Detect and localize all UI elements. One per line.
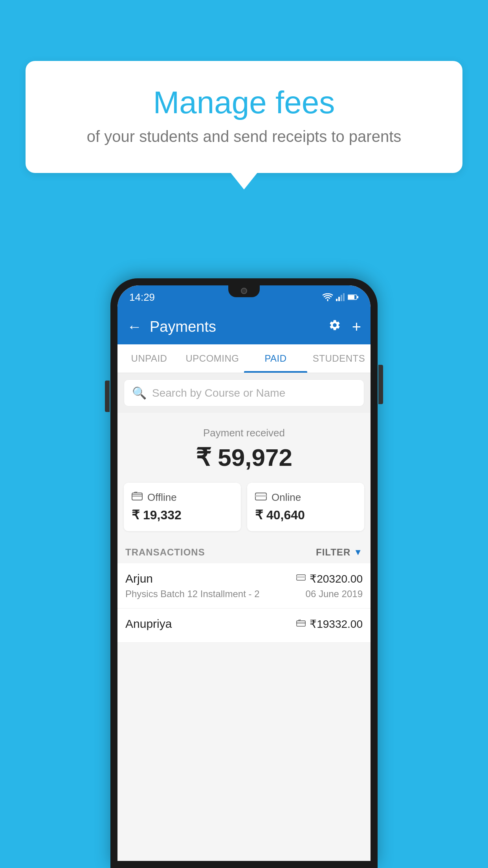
payment-mode-icon [296, 574, 306, 583]
transactions-label: TRANSACTIONS [125, 547, 205, 558]
card-mode-icon [296, 574, 306, 581]
transactions-header: TRANSACTIONS FILTER ▼ [117, 539, 371, 563]
online-icon [255, 491, 267, 504]
app-bar-actions: + [328, 318, 361, 336]
svg-rect-14 [297, 576, 305, 578]
online-payment-card: Online ₹ 40,640 [247, 483, 364, 531]
tab-students[interactable]: STUDENTS [307, 344, 371, 373]
status-time: 14:29 [129, 291, 155, 303]
settings-icon [328, 319, 341, 331]
payment-mode-icon-offline [296, 619, 306, 629]
svg-rect-1 [338, 297, 340, 301]
add-button[interactable]: + [352, 318, 361, 336]
offline-icon [132, 491, 143, 504]
tab-unpaid[interactable]: UNPAID [117, 344, 181, 373]
transaction-amount-row: ₹19332.00 [296, 618, 363, 631]
svg-rect-2 [341, 295, 342, 301]
phone-screen: 14:29 [117, 285, 371, 861]
svg-rect-6 [357, 296, 358, 298]
wallet-icon [132, 491, 143, 501]
filter-icon: ▼ [354, 547, 363, 557]
search-bar[interactable]: 🔍 Search by Course or Name [124, 379, 364, 406]
offline-label: Offline [147, 491, 177, 504]
payment-received-label: Payment received [127, 427, 361, 439]
svg-rect-16 [297, 622, 305, 623]
notch-camera [241, 288, 247, 294]
svg-rect-12 [255, 495, 266, 497]
notch [228, 285, 260, 297]
transaction-course: Physics Batch 12 Installment - 2 [125, 588, 259, 600]
search-placeholder: Search by Course or Name [152, 387, 285, 399]
online-label: Online [272, 491, 301, 504]
status-icons [323, 293, 359, 301]
svg-rect-3 [343, 293, 345, 301]
signal-icon [336, 293, 345, 301]
online-card-header: Online [255, 491, 356, 504]
tab-paid[interactable]: PAID [244, 344, 307, 373]
transaction-top: Anupriya ₹19332.00 [125, 617, 363, 631]
offline-card-header: Offline [132, 491, 233, 504]
tab-upcoming[interactable]: UPCOMING [181, 344, 244, 373]
back-button[interactable]: ← [127, 318, 142, 335]
phone-frame: 14:29 [110, 278, 378, 868]
svg-rect-0 [336, 299, 338, 301]
credit-card-icon [255, 492, 267, 501]
status-bar: 14:29 [117, 285, 371, 309]
app-title: Payments [150, 318, 328, 335]
wallet-mode-icon [296, 619, 306, 627]
transaction-name: Arjun [125, 572, 153, 585]
offline-payment-card: Offline ₹ 19,332 [124, 483, 241, 531]
transaction-bottom: Physics Batch 12 Installment - 2 06 June… [125, 588, 363, 600]
search-icon: 🔍 [132, 386, 147, 400]
svg-rect-7 [132, 493, 142, 500]
speech-bubble-card: Manage fees of your students and send re… [26, 61, 462, 173]
transaction-amount: ₹20320.00 [310, 572, 363, 585]
transaction-date: 06 June 2019 [306, 588, 363, 600]
main-content: Payment received ₹ 59,972 [117, 413, 371, 861]
app-bar: ← Payments + [117, 309, 371, 344]
filter-button[interactable]: FILTER ▼ [316, 547, 363, 558]
svg-rect-5 [348, 295, 354, 299]
bubble-title: Manage fees [47, 85, 441, 121]
payment-received-amount: ₹ 59,972 [127, 443, 361, 472]
online-amount: ₹ 40,640 [255, 508, 356, 522]
transaction-name: Anupriya [125, 617, 172, 631]
filter-label: FILTER [316, 547, 350, 558]
transaction-item-arjun[interactable]: Arjun ₹20320.00 Physics Batch 12 Install… [117, 563, 371, 609]
tabs: UNPAID UPCOMING PAID STUDENTS [117, 344, 371, 373]
battery-icon [348, 294, 359, 300]
bubble-subtitle: of your students and send receipts to pa… [47, 128, 441, 145]
settings-button[interactable] [328, 319, 341, 335]
svg-rect-8 [132, 495, 142, 496]
transaction-amount-row: ₹20320.00 [296, 572, 363, 585]
wifi-icon [323, 293, 333, 301]
payment-summary: Payment received ₹ 59,972 [117, 413, 371, 483]
payment-cards: Offline ₹ 19,332 Online [117, 483, 371, 539]
transaction-item-anupriya[interactable]: Anupriya ₹19332.00 [117, 609, 371, 643]
transaction-top: Arjun ₹20320.00 [125, 572, 363, 585]
offline-amount: ₹ 19,332 [132, 508, 233, 522]
transaction-amount: ₹19332.00 [310, 618, 363, 631]
